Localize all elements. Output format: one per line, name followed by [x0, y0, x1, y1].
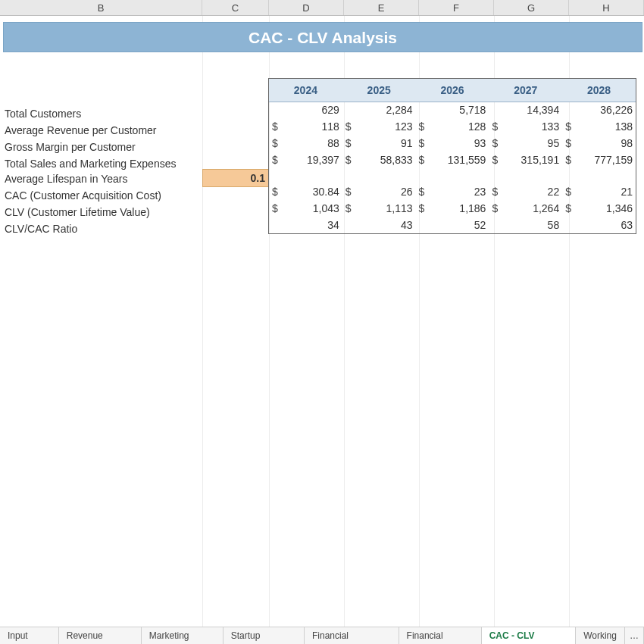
currency-symbol: $ — [342, 118, 356, 135]
cell-value[interactable]: 777,159 — [576, 152, 636, 168]
row-label: Gross Margin per Customer — [5, 139, 202, 155]
currency-symbol — [416, 217, 430, 233]
row-label: Total Customers — [5, 105, 202, 122]
column-header-c[interactable]: C — [202, 0, 269, 15]
sheet-tab[interactable]: CAC - CLV Analysis — [482, 627, 577, 644]
table-header-row: 20242025202620272028 — [269, 79, 636, 102]
cell-value[interactable]: 5,718 — [430, 102, 489, 118]
currency-symbol: $ — [416, 152, 430, 168]
cell-value[interactable]: 315,191 — [502, 152, 562, 168]
row-label: Average Lifespan in Years — [5, 170, 202, 187]
currency-symbol: $ — [489, 135, 502, 152]
currency-symbol — [342, 217, 356, 233]
currency-symbol: $ — [269, 135, 283, 152]
year-header: 2025 — [342, 79, 416, 102]
cell-value[interactable]: 88 — [283, 135, 342, 152]
cell-value[interactable]: 34 — [283, 217, 342, 233]
table-row — [269, 168, 636, 183]
cell-value[interactable]: 22 — [502, 183, 562, 200]
cell-value[interactable]: 95 — [502, 135, 562, 152]
currency-symbol — [416, 102, 430, 118]
sheet-tab[interactable]: Financial Statements — [305, 627, 399, 644]
cell-value[interactable]: 26 — [356, 183, 416, 200]
cell-value[interactable]: 58 — [502, 217, 562, 233]
year-header: 2028 — [562, 79, 636, 102]
row-label: Average Revenue per Customer — [5, 122, 202, 139]
row-label: CAC (Customer Acquisition Cost) — [5, 187, 202, 204]
currency-symbol: $ — [489, 200, 502, 217]
cell-value[interactable]: 131,559 — [430, 152, 489, 168]
cell-value[interactable]: 2,284 — [356, 102, 416, 118]
currency-symbol: $ — [342, 135, 356, 152]
sheet-tab[interactable]: Working — [576, 627, 625, 644]
currency-symbol — [562, 102, 576, 118]
currency-symbol: $ — [562, 200, 576, 217]
cell-value[interactable]: 36,226 — [576, 102, 636, 118]
data-table: 20242025202620272028 6292,2845,71814,394… — [268, 78, 636, 234]
table-row: 6292,2845,71814,39436,226 — [269, 102, 636, 118]
cell-value[interactable]: 52 — [430, 217, 489, 233]
cell-value[interactable]: 138 — [576, 118, 636, 135]
cell-value[interactable]: 43 — [356, 217, 416, 233]
cell-value[interactable]: 123 — [356, 118, 416, 135]
column-header-d[interactable]: D — [269, 0, 344, 15]
currency-symbol: $ — [489, 152, 502, 168]
currency-symbol: $ — [489, 118, 502, 135]
average-lifespan-input[interactable]: 0.1 — [202, 169, 269, 187]
sheet-tab[interactable]: Startup Summary — [224, 627, 305, 644]
column-header-e[interactable]: E — [344, 0, 419, 15]
currency-symbol: $ — [562, 118, 576, 135]
column-header-f[interactable]: F — [419, 0, 494, 15]
column-header-h[interactable]: H — [569, 0, 644, 15]
column-header-g[interactable]: G — [494, 0, 569, 15]
sheet-tab-bar: Input SheetRevenue AnalysisMarketing Bud… — [0, 627, 644, 644]
table-row: $88$91$93$95$98 — [269, 135, 636, 152]
currency-symbol: $ — [416, 183, 430, 200]
currency-symbol: $ — [562, 152, 576, 168]
sheet-tab[interactable]: Input Sheet — [0, 627, 59, 644]
currency-symbol — [269, 102, 283, 118]
cell-value[interactable]: 1,186 — [430, 200, 489, 217]
cell-value[interactable]: 128 — [430, 118, 489, 135]
column-header-b[interactable]: B — [0, 0, 202, 15]
cell-value[interactable]: 19,397 — [283, 152, 342, 168]
cell-value[interactable]: 91 — [356, 135, 416, 152]
spreadsheet-grid[interactable]: CAC - CLV Analysis Total CustomersAverag… — [0, 16, 644, 627]
column-header-row: BCDEFGH — [0, 0, 644, 16]
currency-symbol: $ — [269, 152, 283, 168]
currency-symbol — [562, 217, 576, 233]
cell-value[interactable]: 133 — [502, 118, 562, 135]
cell-value[interactable]: 14,394 — [502, 102, 562, 118]
currency-symbol: $ — [269, 118, 283, 135]
cell-value[interactable]: 93 — [430, 135, 489, 152]
cell-value[interactable]: 1,113 — [356, 200, 416, 217]
cell-value[interactable]: 1,346 — [576, 200, 636, 217]
currency-symbol: $ — [342, 152, 356, 168]
cell-value[interactable]: 118 — [283, 118, 342, 135]
table-row: $30.84$26$23$22$21 — [269, 183, 636, 200]
cell-value[interactable]: 63 — [576, 217, 636, 233]
cell-value[interactable]: 30.84 — [283, 183, 342, 200]
cell-value[interactable]: 1,264 — [502, 200, 562, 217]
currency-symbol — [342, 102, 356, 118]
cell-value[interactable]: 23 — [430, 183, 489, 200]
table-row: $118$123$128$133$138 — [269, 118, 636, 135]
currency-symbol — [269, 217, 283, 233]
sheet-tab[interactable]: Revenue Analysis — [59, 627, 142, 644]
currency-symbol: $ — [489, 183, 502, 200]
cell-value[interactable]: 98 — [576, 135, 636, 152]
currency-symbol: $ — [342, 183, 356, 200]
row-labels: Total CustomersAverage Revenue per Custo… — [5, 105, 202, 237]
cell-value[interactable]: 629 — [283, 102, 342, 118]
currency-symbol — [489, 102, 502, 118]
cell-value[interactable]: 58,833 — [356, 152, 416, 168]
sheet-tab[interactable]: Marketing Budget — [142, 627, 224, 644]
cell-value[interactable]: 1,043 — [283, 200, 342, 217]
currency-symbol: $ — [269, 200, 283, 217]
currency-symbol: $ — [416, 200, 430, 217]
cell-value[interactable]: 21 — [576, 183, 636, 200]
sheet-tab[interactable]: Financial Analysis — [399, 627, 482, 644]
currency-symbol: $ — [342, 200, 356, 217]
currency-symbol — [489, 217, 502, 233]
more-tabs-icon[interactable]: … — [625, 627, 644, 644]
